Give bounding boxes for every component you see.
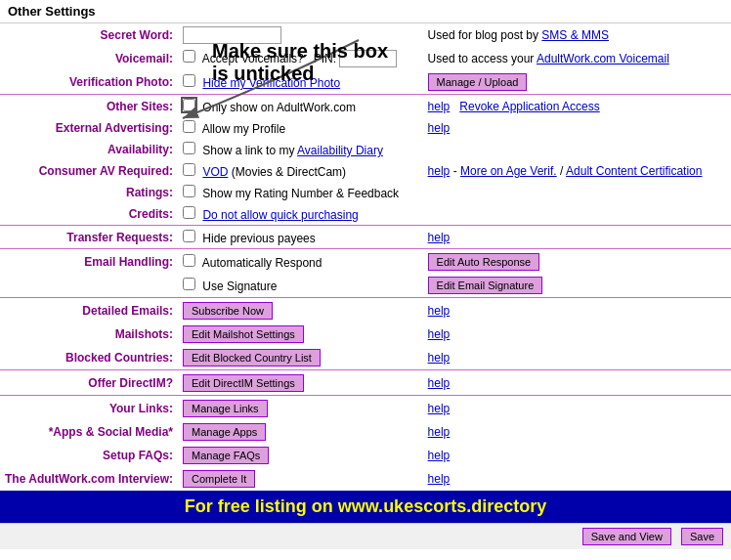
- verification-photo-row: Verification Photo: Hide my Verification…: [0, 70, 731, 95]
- footer-text: For free listing on www.ukescorts.direct…: [185, 496, 546, 516]
- subscribe-now-button[interactable]: Subscribe Now: [183, 302, 273, 320]
- vod-link[interactable]: VOD: [202, 165, 228, 179]
- availability-control: Show a link to my Availability Diary: [178, 139, 423, 160]
- credits-row: Credits: Do not allow quick purchasing: [0, 203, 731, 226]
- help-blocked-countries[interactable]: help: [428, 351, 451, 365]
- your-links-control: Manage Links: [178, 396, 423, 421]
- secret-word-row: Secret Word: Used for blog post by SMS &…: [0, 23, 731, 47]
- mailshots-info: help: [423, 323, 731, 346]
- setup-faqs-info: help: [423, 444, 731, 467]
- help-setup-faqs[interactable]: help: [428, 449, 451, 462]
- adult-content-cert-link[interactable]: Adult Content Certification: [566, 164, 702, 178]
- credits-checkbox[interactable]: [183, 206, 195, 219]
- transfer-requests-checkbox[interactable]: [183, 230, 195, 242]
- ratings-label: Ratings:: [0, 182, 178, 203]
- auto-respond-checkbox[interactable]: [183, 254, 195, 267]
- hide-verification-link[interactable]: Hide my Verification Photo: [202, 76, 340, 90]
- more-age-verif-link[interactable]: More on Age Verif.: [460, 164, 557, 178]
- ratings-checkbox[interactable]: [183, 185, 195, 197]
- help-your-links[interactable]: help: [428, 402, 451, 415]
- other-sites-checkbox[interactable]: [183, 99, 195, 111]
- ratings-row: Ratings: Show my Rating Number & Feedbac…: [0, 182, 731, 203]
- manage-apps-button[interactable]: Manage Apps: [183, 423, 266, 441]
- adultwork-interview-info: help: [423, 467, 731, 491]
- email-handling-label: Email Handling:: [0, 249, 178, 275]
- adultwork-interview-row: The AdultWork.com Interview: Complete It…: [0, 467, 731, 491]
- secret-word-input[interactable]: [183, 26, 281, 44]
- edit-mailshot-settings-button[interactable]: Edit Mailshot Settings: [183, 325, 304, 343]
- manage-upload-button[interactable]: Manage / Upload: [428, 73, 528, 91]
- consumer-av-control: VOD (Movies & DirectCam): [178, 160, 423, 182]
- your-links-row: Your Links: Manage Links help: [0, 396, 731, 421]
- vod-suffix: (Movies & DirectCam): [232, 165, 346, 179]
- availability-checkbox[interactable]: [183, 142, 195, 154]
- manage-faqs-button[interactable]: Manage FAQs: [183, 447, 269, 464]
- revoke-access-link[interactable]: Revoke Application Access: [459, 100, 599, 113]
- save-and-view-button[interactable]: Save and View: [582, 528, 671, 545]
- edit-blocked-country-list-button[interactable]: Edit Blocked Country List: [183, 349, 321, 366]
- footer-bar: For free listing on www.ukescorts.direct…: [0, 491, 731, 523]
- help-adultwork-interview[interactable]: help: [428, 472, 451, 486]
- blocked-countries-control: Edit Blocked Country List: [178, 346, 423, 370]
- no-quick-purchasing-link[interactable]: Do not allow quick purchasing: [202, 208, 358, 222]
- blocked-countries-label: Blocked Countries:: [0, 346, 178, 370]
- use-signature-info: Edit Email Signature: [423, 274, 731, 298]
- verification-photo-control: Hide my Verification Photo: [178, 70, 423, 95]
- complete-it-button[interactable]: Complete It: [183, 470, 255, 488]
- use-signature-control: Use Signature: [178, 274, 423, 298]
- help-consumer-av[interactable]: help: [428, 164, 451, 178]
- apps-social-media-control: Manage Apps: [178, 420, 423, 444]
- use-signature-checkbox[interactable]: [183, 278, 195, 290]
- email-handling-row: Email Handling: Automatically Respond Ed…: [0, 249, 731, 275]
- availability-label: Availability:: [0, 139, 178, 160]
- email-handling-control: Automatically Respond: [178, 249, 423, 275]
- other-sites-label: Other Sites:: [0, 95, 178, 118]
- detailed-emails-control: Subscribe Now: [178, 298, 423, 323]
- help-transfer-requests[interactable]: help: [428, 231, 451, 244]
- verification-photo-checkbox[interactable]: [183, 74, 195, 87]
- apps-social-media-label: *Apps & Social Media*: [0, 420, 178, 444]
- your-links-label: Your Links:: [0, 396, 178, 421]
- pin-input[interactable]: [339, 50, 397, 67]
- help-apps-social-media[interactable]: help: [428, 425, 451, 439]
- detailed-emails-label: Detailed Emails:: [0, 298, 178, 323]
- apps-social-media-info: help: [423, 420, 731, 444]
- secret-word-control: [178, 23, 423, 47]
- blocked-countries-info: help: [423, 346, 731, 370]
- availability-diary-link[interactable]: Availability Diary: [297, 144, 383, 157]
- offer-directim-control: Edit DirectIM Settings: [178, 370, 423, 396]
- consumer-av-row: Consumer AV Required: VOD (Movies & Dire…: [0, 160, 731, 182]
- help-mailshots[interactable]: help: [428, 327, 451, 341]
- voicemail-text: Accept Voicemails?: [202, 52, 304, 65]
- adultwork-voicemail-link[interactable]: AdultWork.com Voicemail: [537, 52, 669, 65]
- external-advertising-row: External Advertising: Allow my Profile h…: [0, 117, 731, 139]
- help-offer-directim[interactable]: help: [428, 376, 451, 390]
- availability-row: Availability: Show a link to my Availabi…: [0, 139, 731, 160]
- other-sites-info: help Revoke Application Access: [423, 95, 731, 118]
- save-button[interactable]: Save: [681, 528, 723, 545]
- external-advertising-checkbox[interactable]: [183, 120, 195, 133]
- external-advertising-label: External Advertising:: [0, 117, 178, 139]
- adultwork-interview-label: The AdultWork.com Interview:: [0, 467, 178, 491]
- manage-links-button[interactable]: Manage Links: [183, 400, 268, 417]
- edit-email-signature-button[interactable]: Edit Email Signature: [428, 277, 543, 294]
- voicemail-checkbox[interactable]: [183, 50, 195, 63]
- use-signature-row: Use Signature Edit Email Signature: [0, 274, 731, 298]
- transfer-requests-row: Transfer Requests: Hide previous payees …: [0, 226, 731, 249]
- detailed-emails-info: help: [423, 298, 731, 323]
- help-external-advertising[interactable]: help: [428, 121, 451, 135]
- verification-photo-label: Verification Photo:: [0, 70, 178, 95]
- edit-directim-settings-button[interactable]: Edit DirectIM Settings: [183, 374, 304, 392]
- sms-mms-link[interactable]: SMS & MMS: [541, 28, 609, 42]
- help-detailed-emails[interactable]: help: [428, 304, 451, 318]
- verification-photo-btn-cell: Manage / Upload: [423, 70, 731, 95]
- offer-directim-row: Offer DirectIM? Edit DirectIM Settings h…: [0, 370, 731, 396]
- transfer-requests-info: help: [423, 226, 731, 249]
- voicemail-info: Used to access your AdultWork.com Voicem…: [423, 47, 731, 70]
- consumer-av-info: help - More on Age Verif. / Adult Conten…: [423, 160, 731, 182]
- secret-word-label: Secret Word:: [0, 23, 178, 47]
- help-other-sites[interactable]: help: [428, 100, 451, 113]
- consumer-av-checkbox[interactable]: [183, 163, 195, 176]
- detailed-emails-row: Detailed Emails: Subscribe Now help: [0, 298, 731, 323]
- edit-auto-response-button[interactable]: Edit Auto Response: [428, 253, 540, 271]
